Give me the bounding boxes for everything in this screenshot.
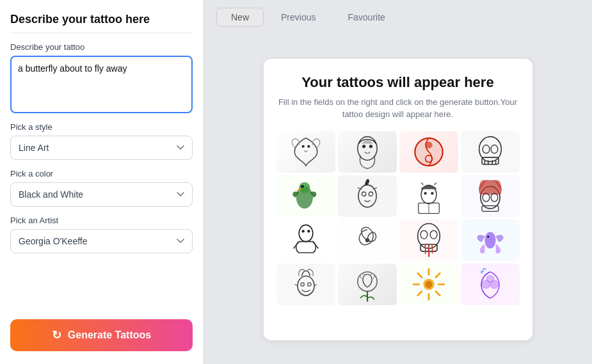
- tattoo-cell-4: [461, 131, 520, 173]
- tab-favourite[interactable]: Favourite: [333, 8, 399, 27]
- generate-button[interactable]: ↻ Generate Tattoos: [10, 319, 193, 351]
- panel-title: Describe your tattoo here: [10, 13, 193, 33]
- svg-point-27: [431, 192, 433, 194]
- svg-point-44: [307, 282, 310, 285]
- color-select[interactable]: Black and White Full Color Grayscale Pas…: [10, 182, 193, 207]
- content-area: Your tattoos will appear here Fill in th…: [204, 35, 592, 364]
- svg-point-19: [301, 185, 303, 187]
- tattoo-cell-13: [276, 264, 335, 305]
- svg-point-7: [425, 141, 432, 148]
- tattoo-description-input[interactable]: a butterfly about to fly away: [10, 56, 193, 113]
- tabs-bar: New Previous Favourite: [204, 0, 592, 35]
- svg-point-11: [483, 145, 490, 153]
- svg-point-22: [369, 192, 373, 196]
- generate-label: Generate Tattoos: [68, 329, 151, 341]
- tattoo-cell-7: [399, 175, 458, 217]
- svg-point-33: [301, 230, 304, 232]
- tattoo-cell-14: [338, 264, 397, 305]
- tattoo-cell-10: [338, 219, 397, 261]
- svg-line-55: [417, 291, 422, 296]
- style-select[interactable]: Line Art Realistic Watercolor Tribal Jap…: [10, 136, 193, 160]
- svg-point-37: [420, 230, 428, 239]
- svg-point-0: [301, 145, 304, 147]
- svg-point-35: [365, 238, 369, 242]
- svg-point-47: [425, 281, 432, 288]
- tattoo-cell-11: [399, 219, 458, 261]
- svg-point-40: [484, 232, 495, 248]
- svg-line-54: [435, 273, 440, 278]
- tattoo-cell-3: [399, 131, 458, 173]
- card-description: Fill in the fields on the right and clic…: [276, 96, 520, 121]
- tattoo-cell-6: [338, 175, 397, 217]
- tattoo-cell-12: [461, 219, 520, 261]
- tattoo-cell-2: [338, 131, 397, 173]
- svg-point-58: [486, 275, 493, 282]
- svg-point-43: [300, 282, 303, 285]
- svg-point-1: [307, 145, 310, 147]
- svg-point-20: [358, 185, 376, 207]
- svg-point-42: [298, 276, 314, 295]
- tattoo-card: Your tattoos will appear here Fill in th…: [264, 59, 532, 340]
- artist-label: Pick an Artist: [10, 216, 193, 225]
- tab-new[interactable]: New: [216, 8, 264, 27]
- right-panel: New Previous Favourite Your tattoos will…: [204, 0, 592, 364]
- svg-point-4: [369, 145, 372, 148]
- tattoo-cell-16: [461, 264, 520, 305]
- style-group: Pick a style Line Art Realistic Watercol…: [10, 122, 193, 160]
- tattoo-cell-5: [276, 175, 335, 217]
- svg-point-38: [430, 230, 437, 239]
- card-title: Your tattoos will appear here: [301, 74, 493, 91]
- tab-previous[interactable]: Previous: [266, 8, 330, 27]
- tattoo-cell-15: [399, 264, 458, 305]
- refresh-icon: ↻: [52, 328, 61, 342]
- svg-point-3: [362, 145, 365, 148]
- tattoo-cell-8: [461, 175, 520, 217]
- svg-point-18: [299, 182, 310, 193]
- svg-point-32: [299, 225, 313, 241]
- svg-point-21: [362, 192, 366, 196]
- tattoo-grid: [276, 131, 520, 305]
- color-group: Pick a color Black and White Full Color …: [10, 169, 193, 207]
- tattoo-description-group: Describe your tattoo a butterfly about t…: [10, 42, 193, 113]
- style-label: Pick a style: [10, 122, 193, 132]
- color-label: Pick a color: [10, 169, 193, 178]
- tattoo-cell-1: [276, 131, 335, 173]
- svg-line-52: [417, 273, 422, 278]
- svg-point-34: [307, 230, 310, 232]
- svg-point-26: [424, 192, 426, 194]
- svg-point-41: [487, 235, 489, 237]
- tattoo-label: Describe your tattoo: [10, 42, 193, 52]
- artist-select[interactable]: Georgia O'Keeffe Salvador Dalí Pablo Pic…: [10, 229, 193, 253]
- svg-line-53: [435, 291, 440, 296]
- artist-group: Pick an Artist Georgia O'Keeffe Salvador…: [10, 216, 193, 253]
- left-panel: Describe your tattoo here Describe your …: [0, 0, 204, 364]
- svg-point-12: [491, 145, 498, 153]
- tattoo-cell-9: [276, 219, 335, 261]
